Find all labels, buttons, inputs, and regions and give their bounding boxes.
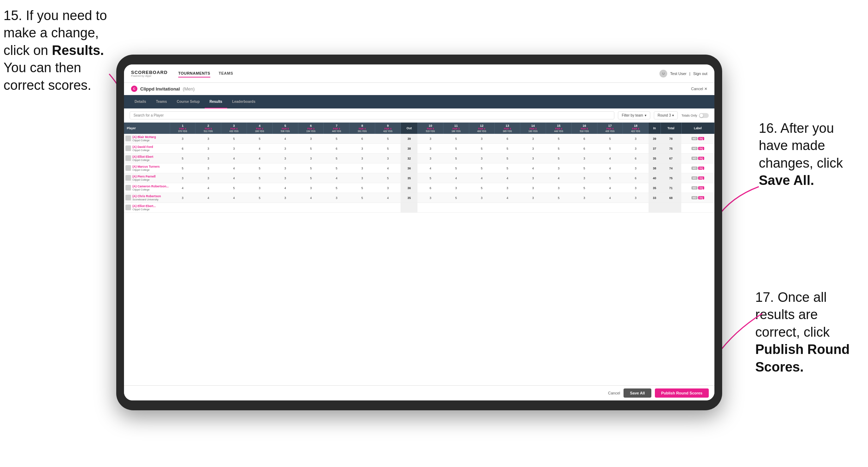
hole-10-score[interactable]: 4 xyxy=(417,163,443,173)
filter-by-team-button[interactable]: Filter by team ▾ xyxy=(618,111,650,119)
hole-9-score[interactable]: 5 xyxy=(375,134,401,144)
hole-17-score[interactable]: 5 xyxy=(597,134,623,144)
hole-1-score[interactable]: 3 xyxy=(170,173,196,183)
hole-12-score[interactable]: 5 xyxy=(469,183,495,193)
hole-3-score[interactable]: 5 xyxy=(221,134,247,144)
hole-17-score[interactable] xyxy=(597,203,623,213)
hole-14-score[interactable] xyxy=(520,203,546,213)
hole-7-score[interactable]: 5 xyxy=(324,154,349,163)
hole-15-score[interactable]: 3 xyxy=(546,163,571,173)
wd-button[interactable]: WD xyxy=(692,186,698,189)
wd-button[interactable]: WD xyxy=(692,137,698,140)
search-input[interactable] xyxy=(130,111,614,119)
hole-11-score[interactable]: 4 xyxy=(443,173,469,183)
hole-6-score[interactable]: 5 xyxy=(298,173,324,183)
hole-3-score[interactable]: 4 xyxy=(221,154,247,163)
hole-16-score[interactable]: 3 xyxy=(571,173,597,183)
hole-3-score[interactable] xyxy=(221,203,247,213)
wd-button[interactable]: WD xyxy=(692,157,698,160)
hole-1-score[interactable]: 5 xyxy=(170,154,196,163)
dq-button[interactable]: DQ xyxy=(698,186,704,189)
hole-4-score[interactable]: 5 xyxy=(247,163,272,173)
hole-13-score[interactable]: 5 xyxy=(495,163,520,173)
tab-details[interactable]: Details xyxy=(130,95,151,108)
hole-13-score[interactable]: 3 xyxy=(495,183,520,193)
hole-15-score[interactable]: 5 xyxy=(546,144,571,154)
hole-10-score[interactable]: 5 xyxy=(417,173,443,183)
hole-11-score[interactable]: 5 xyxy=(443,144,469,154)
hole-13-score[interactable]: 4 xyxy=(495,173,520,183)
hole-16-score[interactable]: 6 xyxy=(571,144,597,154)
hole-8-score[interactable]: 3 xyxy=(349,173,375,183)
tab-teams[interactable]: Teams xyxy=(151,95,172,108)
hole-9-score[interactable]: 4 xyxy=(375,193,401,203)
hole-7-score[interactable]: 4 xyxy=(324,173,349,183)
hole-17-score[interactable]: 4 xyxy=(597,163,623,173)
hole-15-score[interactable]: 5 xyxy=(546,134,571,144)
hole-4-score[interactable] xyxy=(247,203,272,213)
hole-14-score[interactable]: 3 xyxy=(520,193,546,203)
hole-12-score[interactable]: 3 xyxy=(469,154,495,163)
cancel-button[interactable]: Cancel xyxy=(608,391,620,395)
hole-5-score[interactable]: 4 xyxy=(272,134,298,144)
hole-15-score[interactable] xyxy=(546,203,571,213)
hole-13-score[interactable] xyxy=(495,203,520,213)
hole-10-score[interactable]: 3 xyxy=(417,193,443,203)
hole-9-score[interactable]: 3 xyxy=(375,183,401,193)
hole-8-score[interactable]: 3 xyxy=(349,154,375,163)
hole-17-score[interactable]: 4 xyxy=(597,154,623,163)
hole-8-score[interactable]: 3 xyxy=(349,163,375,173)
hole-15-score[interactable]: 5 xyxy=(546,154,571,163)
round-selector-button[interactable]: Round 3 ▾ xyxy=(654,111,678,119)
hole-13-score[interactable]: 4 xyxy=(495,193,520,203)
hole-2-score[interactable]: 4 xyxy=(196,183,221,193)
wd-button[interactable]: WD xyxy=(692,167,698,170)
hole-4-score[interactable]: 3 xyxy=(247,183,272,193)
hole-14-score[interactable]: 3 xyxy=(520,173,546,183)
hole-6-score[interactable]: 5 xyxy=(298,163,324,173)
hole-6-score[interactable]: 3 xyxy=(298,154,324,163)
hole-13-score[interactable]: 5 xyxy=(495,144,520,154)
hole-5-score[interactable] xyxy=(272,203,298,213)
hole-7-score[interactable]: 5 xyxy=(324,134,349,144)
hole-1-score[interactable]: 6 xyxy=(170,144,196,154)
hole-17-score[interactable]: 5 xyxy=(597,144,623,154)
hole-15-score[interactable]: 5 xyxy=(546,193,571,203)
hole-12-score[interactable] xyxy=(469,203,495,213)
hole-18-score[interactable]: 3 xyxy=(623,183,649,193)
hole-17-score[interactable]: 4 xyxy=(597,183,623,193)
hole-2-score[interactable]: 3 xyxy=(196,134,221,144)
hole-2-score[interactable]: 3 xyxy=(196,144,221,154)
hole-16-score[interactable]: 3 xyxy=(571,193,597,203)
hole-4-score[interactable]: 5 xyxy=(247,193,272,203)
toggle-switch[interactable] xyxy=(699,113,709,118)
hole-7-score[interactable]: 5 xyxy=(324,183,349,193)
hole-5-score[interactable]: 4 xyxy=(272,183,298,193)
hole-9-score[interactable]: 5 xyxy=(375,173,401,183)
hole-8-score[interactable]: 6 xyxy=(349,134,375,144)
hole-10-score[interactable]: 3 xyxy=(417,134,443,144)
hole-14-score[interactable]: 3 xyxy=(520,183,546,193)
hole-3-score[interactable]: 3 xyxy=(221,144,247,154)
hole-16-score[interactable]: 6 xyxy=(571,134,597,144)
hole-16-score[interactable]: 5 xyxy=(571,163,597,173)
hole-7-score[interactable]: 3 xyxy=(324,193,349,203)
hole-17-score[interactable]: 4 xyxy=(597,193,623,203)
hole-16-score[interactable]: 5 xyxy=(571,183,597,193)
hole-17-score[interactable]: 5 xyxy=(597,173,623,183)
hole-2-score[interactable]: 3 xyxy=(196,163,221,173)
hole-10-score[interactable]: 3 xyxy=(417,154,443,163)
sign-out-link[interactable]: Sign out xyxy=(693,71,707,76)
cancel-tournament-button[interactable]: Cancel ✕ xyxy=(691,87,707,91)
hole-1-score[interactable]: 3 xyxy=(170,193,196,203)
hole-18-score[interactable] xyxy=(623,203,649,213)
hole-14-score[interactable]: 3 xyxy=(520,134,546,144)
hole-2-score[interactable]: 3 xyxy=(196,173,221,183)
hole-18-score[interactable]: 3 xyxy=(623,144,649,154)
wd-button[interactable]: WD xyxy=(692,196,698,199)
hole-7-score[interactable]: 6 xyxy=(324,144,349,154)
hole-10-score[interactable] xyxy=(417,203,443,213)
hole-7-score[interactable] xyxy=(324,203,349,213)
hole-12-score[interactable]: 4 xyxy=(469,173,495,183)
hole-18-score[interactable]: 3 xyxy=(623,134,649,144)
